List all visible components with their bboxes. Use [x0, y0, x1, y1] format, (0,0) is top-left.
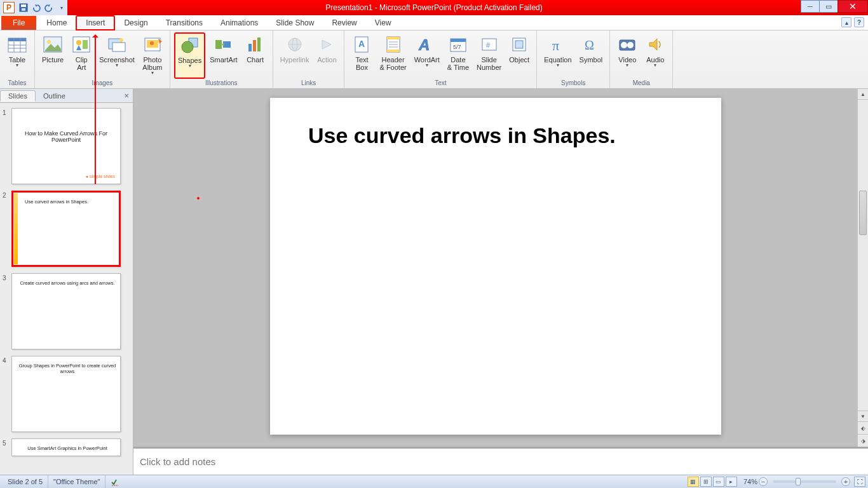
clipart-icon: [71, 34, 92, 55]
table-button[interactable]: Table ▾: [4, 32, 31, 79]
chevron-down-icon: ▾: [116, 64, 118, 67]
app-icon: P: [3, 2, 15, 13]
zoom-level: 74%: [743, 478, 757, 485]
thumbnail-1[interactable]: How to Make Curved Arrows For PowerPoint…: [11, 108, 121, 184]
chevron-down-icon: ▾: [626, 64, 628, 67]
ribbon-minimize-icon[interactable]: ▴: [841, 17, 851, 27]
slide-canvas-area[interactable]: Use curved arrows in Shapes. ▲ ▼ ⬖ ⬗: [133, 89, 868, 447]
fit-window-button[interactable]: ⛶: [854, 477, 865, 487]
tab-review[interactable]: Review: [323, 15, 365, 30]
picture-button[interactable]: Picture: [39, 32, 67, 79]
hyperlink-icon: [285, 34, 305, 55]
chevron-down-icon: ▾: [16, 64, 18, 67]
tab-view[interactable]: View: [366, 15, 400, 30]
action-icon: [316, 34, 337, 55]
chart-button[interactable]: Chart: [242, 32, 269, 79]
reading-view-button[interactable]: ▭: [713, 477, 724, 487]
svg-rect-24: [253, 40, 256, 51]
datetime-button[interactable]: 5/7Date & Time: [444, 32, 472, 79]
thumbnail-3[interactable]: Create curved arrows using arcs and arro…: [11, 273, 121, 349]
next-slide-button[interactable]: ⬗: [858, 434, 868, 447]
slide-title[interactable]: Use curved arrows in Shapes.: [270, 98, 721, 148]
wordart-button[interactable]: AWordArt▾: [411, 32, 443, 79]
equation-icon: π: [548, 34, 568, 55]
status-theme: "Office Theme": [48, 475, 105, 488]
thumb-number: 5: [3, 438, 11, 456]
sorter-view-button[interactable]: ⊞: [700, 477, 712, 487]
annotation-dot: [197, 197, 200, 200]
svg-rect-13: [83, 40, 88, 49]
help-icon[interactable]: ?: [854, 17, 864, 27]
action-button: Action: [313, 32, 340, 79]
tab-insert[interactable]: Insert: [76, 15, 115, 30]
zoom-out-button[interactable]: −: [759, 477, 768, 486]
maximize-button[interactable]: ▭: [819, 0, 838, 13]
audio-button[interactable]: Audio▾: [642, 32, 668, 79]
video-button[interactable]: Video▾: [614, 32, 641, 79]
qat-customize-icon[interactable]: ▾: [56, 2, 67, 13]
vertical-scrollbar[interactable]: ▲ ▼ ⬖ ⬗: [857, 89, 868, 447]
group-label: Illustrations: [205, 79, 238, 88]
scroll-up-icon[interactable]: ▲: [858, 89, 868, 100]
svg-point-16: [119, 38, 123, 42]
panel-tab-outline[interactable]: Outline: [36, 91, 73, 101]
hyperlink-button: Hyperlink: [277, 32, 313, 79]
equation-button[interactable]: πEquation▾: [541, 32, 574, 79]
smartart-icon: [214, 34, 234, 55]
panel-tab-slides[interactable]: Slides: [0, 90, 36, 102]
group-media: Video▾ Audio▾ Media: [610, 30, 673, 88]
tab-animations[interactable]: Animations: [212, 15, 267, 30]
scroll-down-icon[interactable]: ▼: [858, 410, 868, 421]
logo-text: ● simple slides: [86, 174, 115, 179]
thumbnail-list[interactable]: 1 How to Make Curved Arrows For PowerPoi…: [0, 103, 133, 475]
textbox-button[interactable]: AText Box: [348, 32, 375, 79]
status-spellcheck-icon[interactable]: [105, 475, 125, 488]
tab-design[interactable]: Design: [115, 15, 156, 30]
thumbnail-2[interactable]: Use curved arrows in Shapes.: [11, 191, 121, 267]
save-button[interactable]: [18, 2, 29, 13]
redo-button[interactable]: [43, 2, 55, 13]
notes-pane[interactable]: Click to add notes: [133, 447, 868, 475]
symbol-icon: Ω: [581, 34, 601, 55]
zoom-knob[interactable]: [796, 478, 801, 485]
group-tables: Table ▾ Tables: [0, 30, 35, 88]
photo-album-icon: [142, 34, 163, 55]
group-label: Symbols: [561, 79, 585, 88]
minimize-button[interactable]: ─: [801, 0, 820, 13]
status-bar: Slide 2 of 5 "Office Theme" ▦ ⊞ ▭ ▸ 74% …: [0, 475, 868, 488]
svg-rect-25: [257, 37, 261, 51]
clipart-button[interactable]: Clip Art: [68, 32, 95, 79]
tab-transitions[interactable]: Transitions: [157, 15, 212, 30]
zoom-in-button[interactable]: +: [841, 477, 850, 486]
zoom-slider[interactable]: [773, 480, 836, 483]
svg-text:#: #: [486, 41, 491, 49]
slide-panel: Slides Outline × 1 How to Make Curved Ar…: [0, 89, 133, 475]
symbol-button[interactable]: ΩSymbol: [576, 32, 606, 79]
slideshow-view-button[interactable]: ▸: [726, 477, 737, 487]
shapes-button[interactable]: Shapes▾: [174, 32, 205, 79]
header-footer-button[interactable]: Header & Footer: [376, 32, 409, 79]
tab-slideshow[interactable]: Slide Show: [267, 15, 323, 30]
slide-canvas[interactable]: Use curved arrows in Shapes.: [270, 98, 721, 435]
thumbnail-4[interactable]: Group Shapes in PowerPoint to create cur…: [11, 356, 121, 432]
group-images: Picture Clip Art Screenshot▾ Photo Album…: [35, 30, 170, 88]
screenshot-button[interactable]: Screenshot▾: [96, 32, 138, 79]
svg-text:π: π: [552, 37, 559, 53]
scroll-thumb[interactable]: [859, 191, 867, 235]
tab-file[interactable]: File: [1, 16, 36, 30]
normal-view-button[interactable]: ▦: [688, 477, 699, 487]
tab-home[interactable]: Home: [37, 15, 76, 30]
svg-rect-1: [21, 4, 26, 7]
photo-album-button[interactable]: Photo Album▾: [139, 32, 166, 79]
slide-number-button[interactable]: #Slide Number: [473, 32, 505, 79]
thumb-number: 1: [3, 108, 11, 184]
prev-slide-button[interactable]: ⬖: [858, 421, 868, 434]
panel-close-icon[interactable]: ×: [124, 91, 129, 100]
close-button[interactable]: ✕: [837, 0, 868, 13]
smartart-button[interactable]: SmartArt: [207, 32, 240, 79]
panel-tabs: Slides Outline ×: [0, 89, 133, 103]
thumbnail-5[interactable]: Use SmartArt Graphics in PowerPoint: [11, 438, 121, 456]
object-button[interactable]: Object: [506, 32, 532, 79]
thumb-number: 2: [3, 191, 11, 267]
undo-button[interactable]: [31, 2, 42, 13]
